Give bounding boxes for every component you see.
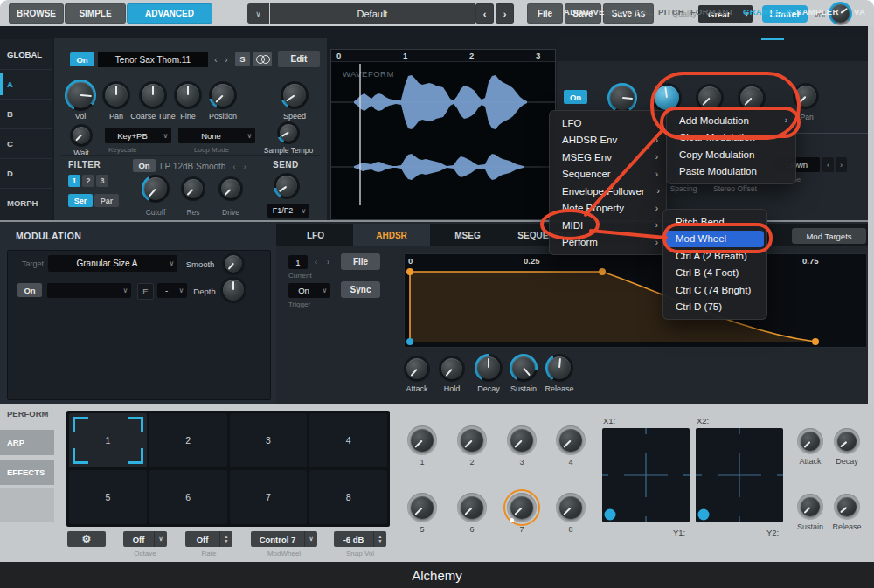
perf-knob-4[interactable]: [556, 425, 586, 455]
filter-parallel-button[interactable]: Par: [94, 194, 119, 207]
filter-next-button[interactable]: ›: [239, 160, 250, 173]
envelope-next-button[interactable]: ›: [323, 255, 334, 269]
tab-ahdsr[interactable]: AHDSR: [353, 224, 430, 246]
menu-item-ctrl-a[interactable]: Ctrl A (2 Breath): [663, 247, 766, 265]
env-decay-knob[interactable]: [475, 354, 503, 382]
browse-button[interactable]: BROWSE: [9, 3, 64, 24]
smooth-knob[interactable]: [222, 252, 245, 275]
sync-button[interactable]: Sync: [341, 281, 380, 298]
pad-8[interactable]: 8: [309, 470, 387, 524]
send-routing-dropdown[interactable]: F1/F2∨: [267, 204, 309, 218]
source-vol-knob[interactable]: [65, 80, 96, 111]
send-knob[interactable]: [274, 173, 300, 199]
tab-pitch[interactable]: PITCH: [658, 0, 684, 23]
pad-3[interactable]: 3: [230, 413, 308, 467]
stereo-icon[interactable]: [253, 52, 272, 66]
preset-prev-button[interactable]: ‹: [475, 3, 494, 24]
menu-item-envelope-follower[interactable]: Envelope Follower›: [550, 183, 666, 200]
tab-sampler[interactable]: SAMPLER: [796, 0, 839, 23]
xy-pad-2[interactable]: [696, 428, 783, 522]
perf-sustain-knob[interactable]: [797, 494, 823, 520]
perf-knob-8[interactable]: [556, 493, 586, 522]
perf-release-knob[interactable]: [834, 494, 860, 520]
tab-spectral[interactable]: SPECTRAL: [607, 0, 654, 23]
envelope-index-field[interactable]: 1: [288, 255, 308, 269]
pad-4[interactable]: 4: [309, 413, 387, 467]
tab-va[interactable]: VA: [854, 0, 865, 23]
pad-6[interactable]: 6: [149, 470, 227, 524]
res-knob[interactable]: [181, 176, 205, 201]
advanced-button[interactable]: ADVANCED: [127, 3, 212, 24]
rate-stepper[interactable]: Off ▴▾: [185, 531, 232, 547]
tab-arp[interactable]: ARP: [0, 430, 54, 455]
granular-on-button[interactable]: On: [564, 90, 587, 104]
menu-item-paste-modulation[interactable]: Paste Modulation: [667, 163, 795, 181]
menu-item-ctrl-c[interactable]: Ctrl C (74 Bright): [663, 281, 766, 299]
source-prev-button[interactable]: ‹: [211, 52, 221, 67]
sidebar-item-d[interactable]: D: [0, 158, 52, 188]
pad-5[interactable]: 5: [69, 470, 147, 524]
mod-e-button[interactable]: E: [137, 283, 154, 300]
file-button[interactable]: File: [527, 3, 563, 24]
source-pan-knob[interactable]: [102, 81, 130, 109]
preset-next-button[interactable]: ›: [496, 3, 514, 24]
menu-item-note-property[interactable]: Note Property›: [550, 200, 666, 218]
tab-lfo[interactable]: LFO: [278, 224, 353, 246]
env-release-knob[interactable]: [545, 354, 573, 382]
menu-item-mod-wheel[interactable]: Mod Wheel: [666, 231, 764, 248]
altpan-knob[interactable]: [793, 83, 819, 109]
sidebar-item-global[interactable]: GLOBAL: [0, 39, 52, 69]
envelope-prev-button[interactable]: ‹: [310, 255, 322, 269]
env-attack-knob[interactable]: [404, 356, 430, 382]
source-name-field[interactable]: Tenor Sax Thom.11: [98, 52, 208, 67]
menu-item-lfo[interactable]: LFO›: [550, 114, 666, 132]
snap-vol-stepper[interactable]: -6 dB ▴▾: [334, 531, 386, 547]
direction-next-button[interactable]: ›: [836, 157, 847, 172]
simple-button[interactable]: SIMPLE: [65, 3, 126, 24]
menu-item-clear-modulation[interactable]: Clear Modulation: [667, 129, 795, 147]
perf-decay-knob[interactable]: [834, 428, 860, 454]
filter-prev-button[interactable]: ‹: [229, 160, 239, 173]
cutoff-knob[interactable]: [142, 175, 170, 203]
env-hold-knob[interactable]: [439, 356, 465, 382]
speed-knob[interactable]: [281, 81, 309, 109]
waveform-panel[interactable]: 0 1 2 3 WAVEFORM: [330, 49, 556, 220]
solo-button[interactable]: S: [235, 52, 250, 66]
fine-tune-knob[interactable]: [174, 81, 202, 109]
mod-curve-dropdown[interactable]: -∨: [157, 283, 187, 298]
edit-button[interactable]: Edit: [278, 51, 320, 67]
sample-tempo-knob[interactable]: [277, 121, 300, 144]
source-on-button[interactable]: On: [70, 52, 94, 66]
tab-additive[interactable]: ADDITIVE: [564, 0, 605, 23]
sidebar-item-b[interactable]: B: [0, 99, 52, 128]
pad-1[interactable]: 1: [69, 413, 147, 467]
tab-formant[interactable]: FORMANT: [690, 0, 734, 23]
filter-slot-2[interactable]: 2: [82, 175, 94, 187]
menu-item-ctrl-d[interactable]: Ctrl D (75): [663, 299, 766, 316]
sidebar-item-a[interactable]: A: [0, 69, 52, 99]
perf-knob-3[interactable]: [507, 425, 537, 455]
perf-knob-2[interactable]: [457, 425, 487, 455]
menu-item-pitch-bend[interactable]: Pitch Bend: [663, 213, 766, 231]
source-next-button[interactable]: ›: [221, 52, 232, 67]
perf-knob-5[interactable]: [407, 493, 437, 522]
tab-granular[interactable]: GRANULAR: [743, 0, 793, 23]
filter-serial-button[interactable]: Ser: [68, 194, 93, 207]
xy-pad-1[interactable]: [602, 428, 690, 522]
menu-item-copy-modulation[interactable]: Copy Modulation: [667, 146, 795, 163]
mod-target-dropdown[interactable]: Granular Size A∨: [48, 255, 177, 272]
menu-item-midi[interactable]: MIDI›: [550, 217, 666, 234]
envelope-file-button[interactable]: File: [341, 253, 380, 270]
mod-on-button[interactable]: On: [17, 283, 42, 297]
keyscale-dropdown[interactable]: Key+PB∨: [105, 128, 171, 143]
menu-item-add-modulation[interactable]: Add Modulation›: [667, 112, 795, 129]
position-knob[interactable]: [209, 81, 237, 109]
loop-mode-dropdown[interactable]: None∨: [178, 128, 255, 143]
perf-attack-knob[interactable]: [797, 428, 823, 454]
mod-targets-button[interactable]: Mod Targets: [792, 228, 866, 244]
sidebar-item-c[interactable]: C: [0, 128, 52, 158]
mod-source-dropdown[interactable]: ∨: [47, 283, 131, 298]
pad-settings-button[interactable]: ⚙: [67, 531, 106, 547]
depth-knob[interactable]: [220, 277, 246, 303]
env-sustain-knob[interactable]: [510, 354, 538, 382]
